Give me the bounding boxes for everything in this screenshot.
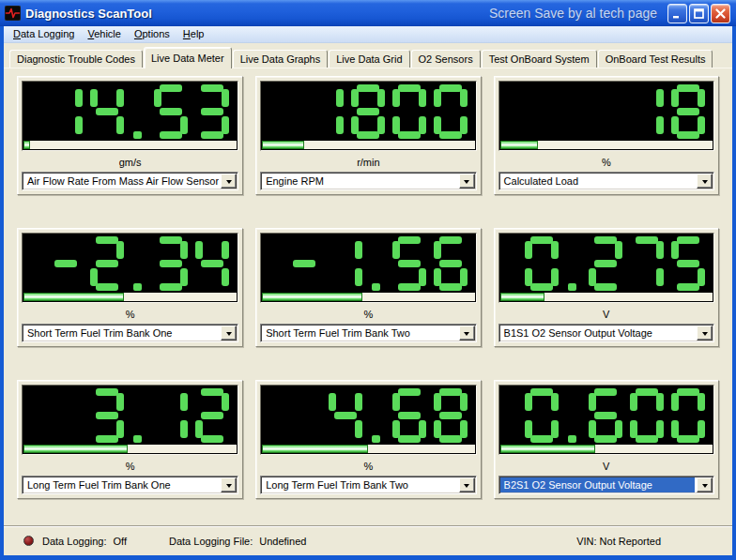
meter-panel-calculated-load: %Calculated Load (494, 76, 719, 195)
chevron-down-icon (702, 332, 708, 339)
seven-segment-value (329, 388, 468, 443)
minimize-button[interactable] (667, 4, 687, 23)
channel-select-value[interactable]: Long Term Fuel Trim Bank One (23, 477, 219, 492)
meter-progressbar (500, 141, 713, 149)
channel-select-dropdown[interactable]: Calculated Load (498, 172, 714, 190)
meter-progress-fill (500, 293, 545, 301)
chevron-down-icon (226, 332, 232, 339)
meter-unit-label: % (22, 461, 238, 473)
seven-segment-value (630, 84, 705, 139)
meter-progressbar (262, 141, 474, 149)
meter-display (498, 385, 714, 455)
meter-panel-b2s1-o2-sensor-output-voltage: VB2S1 O2 Sensor Output Voltage (494, 380, 719, 499)
channel-select-value[interactable]: Short Term Fuel Trim Bank One (23, 325, 219, 341)
tab-onboard-test-results[interactable]: OnBoard Test Results (598, 50, 713, 68)
meter-display (498, 233, 714, 303)
meter-progress-fill (23, 141, 30, 149)
meter-progressbar (500, 445, 713, 453)
channel-select-dropdown[interactable]: Long Term Fuel Trim Bank Two (260, 476, 476, 494)
meter-progressbar (262, 445, 474, 453)
channel-select-dropdown[interactable]: B2S1 O2 Sensor Output Voltage (498, 476, 714, 494)
meter-progressbar (23, 445, 237, 453)
channel-select-dropdown[interactable]: Short Term Fuel Trim Bank One (22, 324, 238, 342)
maximize-button[interactable] (689, 4, 709, 23)
channel-select-dropdown[interactable]: Long Term Fuel Trim Bank One (22, 476, 238, 494)
tab-o2-sensors[interactable]: O2 Sensors (411, 50, 481, 68)
menu-bar: Data LoggingVehicleOptionsHelp (4, 26, 732, 43)
seven-segment-value (287, 236, 468, 291)
chevron-down-icon (464, 332, 469, 339)
titlebar-note: Screen Save by al tech page (489, 6, 657, 21)
menu-item-options[interactable]: Options (128, 27, 176, 41)
tab-live-data-meter[interactable]: Live Data Meter (144, 47, 232, 68)
meter-panel-long-term-fuel-trim-bank-one: %Long Term Fuel Trim Bank One (17, 380, 243, 499)
meter-display (22, 385, 238, 455)
meter-progress-fill (23, 445, 128, 453)
meter-display (260, 385, 476, 455)
channel-select-dropdown[interactable]: Air Flow Rate From Mass Air Flow Sensor (22, 172, 238, 190)
window-frame: Data LoggingVehicleOptionsHelp Diagnosti… (0, 26, 736, 560)
chevron-down-icon (226, 484, 232, 491)
meter-display (260, 233, 476, 303)
channel-select-value[interactable]: Calculated Load (500, 174, 695, 189)
seven-segment-value (525, 388, 705, 443)
tab-strip: Diagnostic Trouble CodesLive Data MeterL… (4, 43, 732, 68)
menu-item-data-logging[interactable]: Data Logging (7, 27, 81, 41)
meter-unit-label: % (260, 461, 476, 473)
meter-display (22, 81, 238, 151)
data-logging-file-value: Undefined (259, 536, 306, 547)
channel-select-value[interactable]: Long Term Fuel Trim Bank Two (262, 477, 456, 492)
meter-progress-fill (262, 141, 304, 149)
meter-grid: gm/sAir Flow Rate From Mass Air Flow Sen… (4, 68, 732, 525)
channel-select-value[interactable]: Air Flow Rate From Mass Air Flow Sensor (23, 174, 219, 189)
channel-select-dropdown[interactable]: Short Term Fuel Trim Bank Two (260, 324, 476, 342)
dropdown-arrow-button[interactable] (459, 174, 475, 189)
channel-select-value[interactable]: Engine RPM (262, 174, 456, 189)
seven-segment-value (49, 84, 229, 139)
menu-item-vehicle[interactable]: Vehicle (81, 27, 127, 41)
meter-display (22, 233, 238, 303)
dropdown-arrow-button[interactable] (697, 325, 713, 341)
tab-diagnostic-trouble-codes[interactable]: Diagnostic Trouble Codes (9, 50, 143, 68)
chevron-down-icon (702, 484, 708, 491)
dropdown-arrow-button[interactable] (459, 477, 475, 492)
data-logging-value: Off (114, 536, 127, 547)
dropdown-arrow-button[interactable] (221, 174, 237, 189)
channel-select-value[interactable]: Short Term Fuel Trim Bank Two (262, 325, 456, 341)
close-button[interactable] (711, 4, 730, 23)
dropdown-arrow-button[interactable] (697, 174, 713, 189)
meter-progress-fill (500, 445, 596, 453)
meter-unit-label: r/min (260, 157, 476, 169)
meter-unit-label: % (498, 157, 714, 169)
channel-select-value[interactable]: B2S1 O2 Sensor Output Voltage (500, 477, 695, 492)
meter-unit-label: V (498, 309, 714, 321)
dropdown-arrow-button[interactable] (221, 477, 237, 492)
channel-select-value[interactable]: B1S1 O2 Sensor Output Voltage (500, 325, 695, 341)
app-icon (5, 6, 21, 21)
meter-unit-label: % (22, 309, 238, 321)
data-logging-label: Data Logging: (42, 536, 107, 547)
meter-display (498, 81, 714, 151)
meter-progress-fill (23, 293, 124, 301)
title-bar[interactable]: Diagnostics ScanTool Screen Save by al t… (0, 0, 736, 26)
tab-test-onboard-system[interactable]: Test OnBoard System (482, 50, 597, 68)
seven-segment-value (90, 388, 229, 443)
meter-progressbar (23, 293, 237, 301)
meter-progress-fill (262, 293, 361, 301)
meter-panel-short-term-fuel-trim-bank-one: %Short Term Fuel Trim Bank One (17, 228, 243, 347)
chevron-down-icon (226, 180, 232, 187)
channel-select-dropdown[interactable]: B1S1 O2 Sensor Output Voltage (498, 324, 714, 342)
data-logging-file-label: Data Logging File: (169, 536, 253, 547)
dropdown-arrow-button[interactable] (697, 477, 713, 492)
menu-item-help[interactable]: Help (176, 27, 211, 41)
tab-live-data-grid[interactable]: Live Data Grid (329, 50, 409, 68)
meter-panel-air-flow-rate-from-mass-air-flow-sensor: gm/sAir Flow Rate From Mass Air Flow Sen… (17, 76, 243, 195)
dropdown-arrow-button[interactable] (459, 325, 475, 341)
dropdown-arrow-button[interactable] (221, 325, 237, 341)
data-logging-led-icon (23, 536, 34, 546)
chevron-down-icon (702, 180, 708, 187)
channel-select-dropdown[interactable]: Engine RPM (260, 172, 476, 190)
meter-progressbar (23, 141, 237, 149)
tab-live-data-graphs[interactable]: Live Data Graphs (233, 50, 329, 68)
seven-segment-value (525, 236, 705, 291)
